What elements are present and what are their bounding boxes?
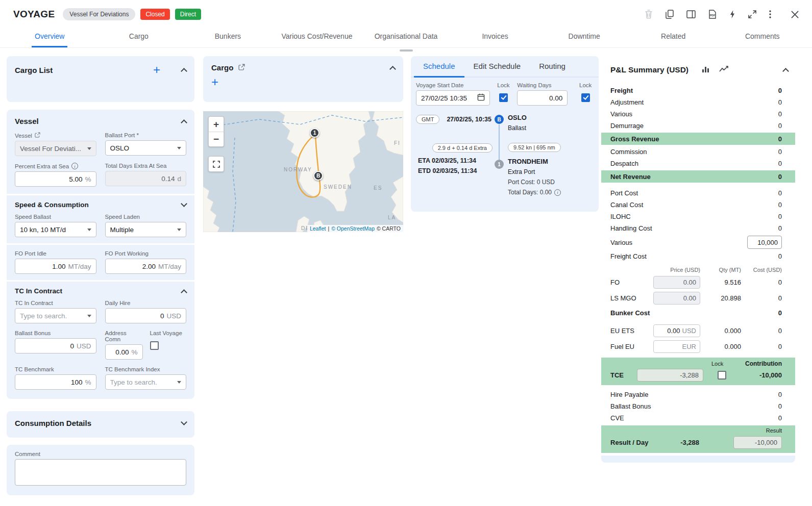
- bunker-row-fo: FO 0.00 9.516 0: [601, 274, 795, 290]
- add-cargo-item-button[interactable]: +: [211, 77, 218, 87]
- schedule-timeline: B 1 GMT 27/02/25, 10:35 2.9 d + 0.14 d E…: [411, 109, 599, 200]
- ls-mgo-price-input[interactable]: 0.00: [653, 292, 700, 305]
- tc-benchmark-input[interactable]: 100%: [15, 374, 96, 390]
- collapse-cargo-list-icon[interactable]: [181, 68, 187, 74]
- bar-chart-icon[interactable]: [702, 65, 709, 74]
- origin-port-name[interactable]: OSLO: [508, 114, 527, 121]
- leg-duration-chip: 2.9 d + 0.14 d Extra: [432, 143, 493, 153]
- various-cost-input[interactable]: 10,000: [747, 236, 782, 249]
- expand-consumption-details-icon[interactable]: [181, 419, 187, 425]
- calendar-icon[interactable]: [477, 93, 485, 103]
- bolt-icon[interactable]: [729, 10, 735, 19]
- leg-etd: ETD 02/03/25, 11:34: [418, 167, 477, 174]
- kebab-menu-icon[interactable]: [769, 10, 771, 19]
- timeline-marker-b[interactable]: B: [495, 115, 504, 124]
- map-label-norway: NORWAY: [284, 167, 312, 172]
- tc-contract-search-input[interactable]: Type to search.: [15, 308, 96, 323]
- cargo-panel: Cargo +: [203, 56, 403, 102]
- tab-invoices[interactable]: Invoices: [451, 29, 540, 47]
- info-icon[interactable]: i: [554, 189, 561, 196]
- delete-icon[interactable]: [645, 10, 653, 19]
- ballast-port-select[interactable]: OSLO: [105, 140, 187, 156]
- carto-credit: © CARTO: [377, 225, 401, 232]
- collapse-tc-contract-icon[interactable]: [181, 289, 187, 296]
- percent-extra-input[interactable]: 5.00%: [15, 171, 96, 187]
- fo-port-idle-input[interactable]: 1.00MT/day: [15, 259, 96, 274]
- speed-laden-select[interactable]: Multiple: [105, 222, 187, 237]
- comment-textarea[interactable]: [15, 459, 186, 486]
- tce-input[interactable]: -3,288: [637, 369, 703, 382]
- external-link-icon[interactable]: [35, 132, 40, 139]
- collapse-pnl-icon[interactable]: [782, 68, 789, 74]
- result-total-input: -10,000: [733, 436, 782, 449]
- close-icon[interactable]: [791, 11, 799, 18]
- open-cargo-external-icon[interactable]: [238, 64, 245, 72]
- tab-related[interactable]: Related: [629, 29, 718, 47]
- tab-downtime[interactable]: Downtime: [539, 29, 629, 47]
- dropdown-arrow-icon: [87, 229, 91, 231]
- voyage-start-date-input[interactable]: 27/02/25 10:35: [416, 90, 490, 106]
- tab-comments[interactable]: Comments: [718, 29, 807, 47]
- pnl-row-freight-cost: Freight Cost0: [601, 250, 795, 262]
- collapse-cargo-panel-icon[interactable]: [389, 66, 396, 72]
- expand-icon[interactable]: [748, 10, 756, 18]
- zoom-in-button[interactable]: +: [209, 117, 224, 132]
- fuel-eu-price-input[interactable]: EUR: [653, 340, 700, 353]
- fo-port-working-label: FO Port Working: [105, 250, 149, 257]
- waiting-days-input[interactable]: 0.00: [517, 90, 568, 106]
- speed-laden-label: Speed Laden: [105, 214, 140, 220]
- tab-cargo[interactable]: Cargo: [94, 29, 184, 47]
- tab-organisational-data[interactable]: Organisational Data: [361, 29, 451, 47]
- map-canvas: NORWAY SWEDEN FI ES LA DENM: [203, 111, 403, 232]
- tab-routing[interactable]: Routing: [530, 56, 575, 78]
- timezone-chip[interactable]: GMT: [416, 115, 439, 124]
- timeline-marker-1[interactable]: 1: [495, 160, 504, 169]
- ballast-bonus-input[interactable]: 0USD: [15, 338, 96, 353]
- add-cargo-button[interactable]: +: [153, 65, 160, 75]
- svg-text:PDF: PDF: [710, 14, 716, 17]
- panel-drag-handle[interactable]: [400, 49, 413, 52]
- info-icon[interactable]: i: [71, 163, 78, 169]
- waiting-days-lock-checkbox[interactable]: [581, 93, 590, 102]
- copy-icon[interactable]: [666, 10, 674, 19]
- map-marker-1[interactable]: 1: [310, 128, 319, 138]
- tc-benchmark-index-search-input[interactable]: Type to search.: [105, 374, 187, 390]
- tab-various-cost-revenue[interactable]: Various Cost/Revenue: [273, 29, 362, 47]
- total-days-extra-label: Total Days Extra At Sea: [105, 163, 167, 169]
- pdf-icon[interactable]: PDF: [708, 10, 717, 19]
- last-voyage-checkbox[interactable]: [150, 341, 159, 350]
- pnl-row-adjustment: Adjustment0: [601, 96, 795, 108]
- collapse-vessel-icon[interactable]: [181, 119, 187, 126]
- map-label-fi: FI: [394, 140, 401, 146]
- tce-lock-checkbox[interactable]: [718, 371, 726, 380]
- daily-hire-input[interactable]: 0USD: [105, 308, 187, 323]
- fo-port-working-input[interactable]: 2.00MT/day: [105, 259, 187, 274]
- osm-link[interactable]: © OpenStreetMap: [331, 225, 375, 232]
- leaflet-link[interactable]: Leaflet: [310, 225, 326, 232]
- map-attribution: Leaflet | © OpenStreetMap © CARTO: [307, 225, 403, 232]
- destination-total-days: Total Days: 0.00: [508, 189, 552, 196]
- pnl-row-gross-revenue: Gross Revenue0: [601, 133, 795, 145]
- line-chart-icon[interactable]: [719, 65, 729, 74]
- map-fullscreen-button[interactable]: [208, 156, 224, 172]
- tab-overview[interactable]: Overview: [5, 29, 94, 47]
- destination-port-name[interactable]: TRONDHEIM: [508, 158, 561, 165]
- tab-schedule[interactable]: Schedule: [414, 56, 464, 78]
- speed-ballast-select[interactable]: 10 kn, 10 MT/d: [15, 222, 96, 237]
- pnl-row-freight: Freight0: [601, 85, 795, 96]
- tab-edit-schedule[interactable]: Edit Schedule: [464, 56, 530, 78]
- fo-price-input[interactable]: 0.00: [653, 276, 700, 289]
- collapse-speed-consumption-icon[interactable]: [181, 200, 187, 207]
- route-map[interactable]: NORWAY SWEDEN FI ES LA DENM + − 1 B Leaf…: [203, 111, 403, 232]
- vessel-select[interactable]: Vessel For Deviati...: [15, 141, 96, 156]
- address-comn-input[interactable]: 0.00%: [105, 344, 143, 360]
- price-column-header: Price (USD): [653, 267, 700, 273]
- zoom-out-button[interactable]: −: [209, 132, 224, 146]
- eu-ets-price-input[interactable]: 0.00USD: [653, 324, 700, 337]
- voyage-start-lock-checkbox[interactable]: [499, 93, 508, 102]
- tab-bunkers[interactable]: Bunkers: [183, 29, 273, 47]
- map-marker-b[interactable]: B: [313, 171, 323, 181]
- percent-extra-label: Percent Extra at Sea: [15, 163, 69, 169]
- status-badge-direct: Direct: [175, 9, 201, 20]
- book-icon[interactable]: [686, 10, 696, 18]
